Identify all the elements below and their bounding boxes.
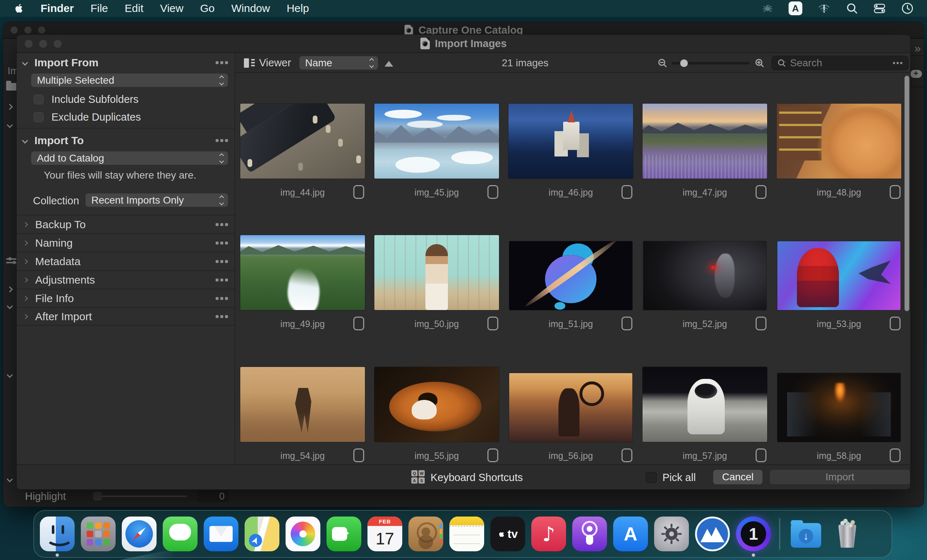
image-pick-checkbox[interactable]	[353, 448, 364, 462]
section-menu-icon[interactable]	[216, 260, 219, 263]
collapsed-section-row[interactable]: Backup To	[17, 215, 234, 233]
dock-item-maps[interactable]	[245, 516, 280, 551]
zoom-button[interactable]	[54, 40, 62, 48]
image-pick-checkbox[interactable]	[890, 317, 901, 330]
chevron-down-icon[interactable]	[7, 122, 13, 128]
collapsed-section-row[interactable]: File Info	[17, 289, 234, 307]
image-pick-checkbox[interactable]	[755, 448, 766, 462]
thumbnail[interactable]	[643, 103, 767, 179]
control-center-icon[interactable]	[873, 2, 886, 15]
chevron-right-icon[interactable]	[7, 104, 13, 110]
import-button[interactable]: Import	[770, 470, 910, 484]
import-titlebar[interactable]: Import Images	[17, 35, 910, 53]
highlight-value[interactable]: 0	[198, 490, 229, 502]
dock-item-mail[interactable]	[204, 516, 239, 551]
image-pick-checkbox[interactable]	[622, 448, 632, 462]
zoom-out-icon[interactable]	[657, 58, 668, 68]
thumbnail[interactable]	[643, 241, 766, 310]
dock-item-notes[interactable]	[449, 516, 484, 551]
minimize-button[interactable]	[24, 26, 32, 34]
zoom-button[interactable]	[38, 26, 45, 34]
image-pick-checkbox[interactable]	[353, 185, 364, 199]
menu-item[interactable]: Edit	[125, 2, 143, 15]
chevron-down-icon[interactable]	[22, 60, 28, 66]
collapsed-section-row[interactable]: Metadata	[17, 252, 234, 270]
dock-item-messages[interactable]	[163, 516, 198, 551]
thumbnail[interactable]	[777, 373, 901, 442]
chevron-right-icon[interactable]	[23, 314, 28, 319]
dock-item-downloads[interactable]: ↓	[789, 516, 824, 551]
dock-item-capture-one[interactable]: 1	[736, 516, 771, 551]
import-to-dropdown[interactable]: Add to Catalog	[31, 152, 228, 165]
search-field[interactable]	[772, 56, 909, 70]
image-pick-checkbox[interactable]	[755, 317, 766, 330]
thumbnail[interactable]	[509, 241, 632, 310]
section-menu-icon[interactable]	[216, 61, 219, 64]
image-pick-checkbox[interactable]	[488, 317, 498, 330]
highlight-slider[interactable]	[93, 496, 187, 497]
close-button[interactable]	[11, 26, 18, 34]
dock-item-finder[interactable]	[40, 516, 74, 551]
thumbnail[interactable]	[643, 367, 767, 442]
exclude-duplicates-option[interactable]: Exclude Duplicates	[34, 111, 141, 123]
image-pick-checkbox[interactable]	[890, 185, 901, 199]
section-menu-icon[interactable]	[216, 315, 219, 318]
slider-knob[interactable]	[93, 492, 102, 501]
pick-all-checkbox[interactable]	[646, 472, 656, 483]
dock-item-launchpad[interactable]	[81, 516, 115, 551]
thumbnail[interactable]	[240, 235, 365, 310]
clock-icon[interactable]	[901, 2, 914, 15]
dock-item-safari[interactable]	[122, 516, 157, 551]
spotlight-search-icon[interactable]	[846, 2, 858, 15]
chevron-right-icon[interactable]	[23, 240, 28, 245]
thumbnail[interactable]	[777, 241, 901, 310]
search-options-icon[interactable]	[893, 62, 895, 64]
thumbnail[interactable]	[508, 103, 633, 179]
dock-item-facetime[interactable]	[327, 516, 361, 551]
collapsed-section-row[interactable]: After Import	[17, 307, 234, 326]
chevron-right-icon[interactable]	[23, 277, 28, 282]
input-source-icon[interactable]: A	[789, 2, 802, 15]
cancel-button[interactable]: Cancel	[713, 470, 763, 484]
thumbnail[interactable]	[374, 103, 499, 179]
checkbox[interactable]	[34, 94, 44, 104]
thumbnail[interactable]	[240, 103, 365, 179]
thumbnail[interactable]	[509, 373, 632, 442]
dock-item-podcasts[interactable]	[572, 516, 607, 551]
chevron-right-icon[interactable]	[23, 222, 28, 227]
include-subfolders-option[interactable]: Include Subfolders	[34, 93, 138, 106]
menu-item[interactable]: View	[160, 2, 183, 15]
scrollbar-thumb[interactable]	[904, 76, 909, 311]
image-pick-checkbox[interactable]	[755, 185, 766, 199]
antivirus-spider-icon[interactable]	[761, 2, 774, 15]
menu-item[interactable]: Window	[231, 2, 270, 15]
thumbnail[interactable]	[374, 235, 499, 310]
section-import-from[interactable]: Import From	[17, 54, 234, 72]
wifi-warning-icon[interactable]	[817, 2, 831, 15]
section-menu-icon[interactable]	[216, 297, 219, 300]
collection-dropdown[interactable]: Recent Imports Only	[85, 193, 228, 207]
close-button[interactable]	[25, 40, 33, 48]
viewer-toggle-icon[interactable]	[244, 58, 255, 68]
image-pick-checkbox[interactable]	[488, 448, 498, 462]
chevron-down-icon[interactable]	[7, 477, 13, 483]
dock-item-appletv[interactable]: tv	[490, 516, 525, 551]
dock-item-music[interactable]: ♪	[531, 516, 566, 551]
zoom-plus-badge-icon[interactable]	[910, 70, 922, 78]
collapsed-section-row[interactable]: Naming	[17, 233, 234, 252]
image-pick-checkbox[interactable]	[890, 448, 901, 462]
image-pick-checkbox[interactable]	[622, 185, 632, 199]
chevron-right-icon[interactable]	[23, 259, 28, 264]
section-menu-icon[interactable]	[216, 223, 219, 226]
sort-ascending-icon[interactable]	[384, 61, 393, 67]
section-import-to[interactable]: Import To	[17, 132, 234, 150]
dock-item-appstore[interactable]: A	[613, 516, 648, 551]
section-menu-icon[interactable]	[216, 279, 219, 281]
dock-item-app-cleaner[interactable]	[695, 516, 730, 551]
dock-item-settings[interactable]	[654, 516, 689, 551]
dock-item-trash[interactable]	[830, 516, 864, 551]
chevron-down-icon[interactable]	[7, 303, 13, 310]
menu-item[interactable]: Go	[200, 2, 214, 15]
zoom-in-icon[interactable]	[754, 58, 765, 68]
dock-item-photos[interactable]	[286, 516, 321, 551]
